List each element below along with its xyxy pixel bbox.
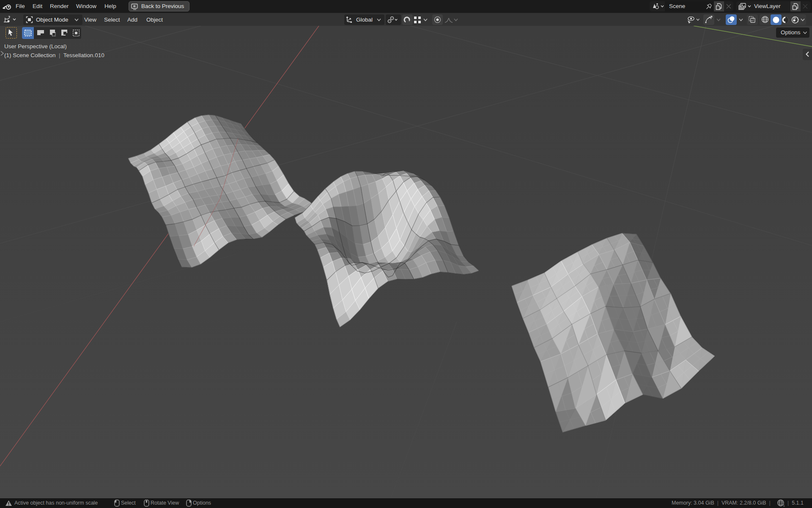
svg-text:1: 1 [783,504,785,507]
